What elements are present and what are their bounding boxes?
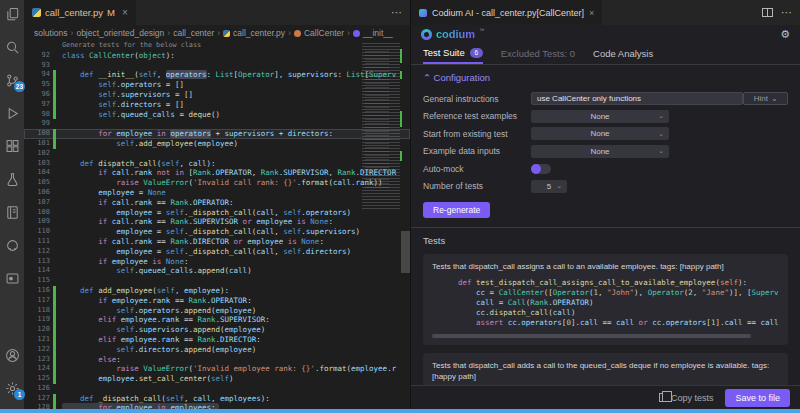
line-text: def dispatch_call(self, call): — [62, 159, 216, 169]
code-line[interactable]: 108 employee = self._dispatch_call(call,… — [24, 208, 410, 218]
code-line[interactable]: 98 self.queued_calls = deque() — [24, 110, 410, 120]
activity-badge: 1 — [14, 389, 25, 400]
code-line[interactable]: 107 if call.rank == Rank.OPERATOR: — [24, 198, 410, 208]
line-text: for employee in operators + supervisors … — [62, 129, 333, 139]
more-actions-icon[interactable]: ⋯ — [781, 6, 792, 19]
gear-icon[interactable]: ⚙ — [780, 28, 790, 41]
code-line[interactable]: 104 if call.rank not in [Rank.OPERATOR, … — [24, 168, 410, 178]
code-line[interactable]: 101 self.add_employee(employee) — [24, 139, 410, 149]
code-line[interactable]: 100 for employee in operators + supervis… — [24, 129, 410, 139]
code-line[interactable]: 118 self.operators.append(employee) — [24, 306, 410, 316]
code-line[interactable]: 103 def dispatch_call(self, call): — [24, 159, 410, 169]
breadcrumb-item[interactable]: __init__ — [363, 28, 393, 38]
hint-button[interactable]: Hint⌄ — [743, 92, 788, 105]
code-line[interactable]: 93 — [24, 61, 410, 71]
activity-item-notebook[interactable] — [3, 204, 21, 220]
config-row: General instructionsHint⌄ — [423, 90, 788, 108]
code-line[interactable]: 106 employee = None — [24, 188, 410, 198]
codelens-generate-tests[interactable]: Generate tests for the below class — [62, 41, 201, 51]
code-line[interactable]: 125 employee.set_call_center(self) — [24, 374, 410, 384]
code-line[interactable]: 99 — [24, 119, 410, 129]
code-line[interactable]: 112 employee = self._dispatch_call(call,… — [24, 247, 410, 257]
code-line[interactable]: 124 raise ValueError('Invalid employee r… — [24, 364, 410, 374]
code-line[interactable]: 127 def _dispatch_call(self, call, emplo… — [24, 394, 410, 404]
code-line[interactable]: 111 if call.rank == Rank.DIRECTOR or emp… — [24, 237, 410, 247]
breadcrumb-item[interactable]: call_center.py — [233, 28, 285, 38]
breadcrumb-item[interactable]: CallCenter — [304, 28, 344, 38]
configuration-header[interactable]: ⌃ Configuration — [423, 72, 788, 83]
activity-item-jupyter[interactable] — [3, 237, 21, 253]
config-select[interactable]: 5⌄ — [531, 180, 567, 193]
panel-tab-excluded-tests-0[interactable]: Excluded Tests: 0 — [501, 43, 575, 64]
git-added-gutter — [53, 168, 56, 178]
auto-mock-toggle[interactable] — [531, 164, 551, 174]
code-line[interactable]: 120 self.supervisors.append(employee) — [24, 325, 410, 335]
activity-item-source-control[interactable]: 23 — [3, 72, 21, 88]
line-text: def add_employee(self, employee): — [62, 286, 229, 296]
split-editor-icon[interactable] — [762, 8, 773, 17]
activity-item-settings[interactable]: 1 — [3, 380, 21, 396]
code-line[interactable]: 96 self.supervisors = [] — [24, 90, 410, 100]
code-line[interactable]: 110 employee = self._dispatch_call(call,… — [24, 227, 410, 237]
test-card[interactable]: Tests that dispatch_call assigns a call … — [423, 254, 788, 345]
code-line[interactable]: 105 raise ValueError('Invalid call rank:… — [24, 178, 410, 188]
select-value: None — [590, 112, 609, 121]
code-line[interactable]: 102 — [24, 149, 410, 159]
git-added-gutter — [53, 374, 56, 384]
activity-item-testing[interactable] — [3, 171, 21, 187]
activity-item-search[interactable] — [3, 39, 21, 55]
line-number: 112 — [24, 247, 50, 257]
config-select[interactable]: None⌄ — [531, 127, 669, 140]
code-line[interactable]: 123 else: — [24, 355, 410, 365]
line-number: 98 — [24, 110, 50, 120]
breadcrumb-item[interactable]: object_oriented_design — [76, 28, 164, 38]
code-line[interactable]: 119 elif employee.rank == Rank.SUPERVISO… — [24, 315, 410, 325]
code-line[interactable]: 117 if employee.rank == Rank.OPERATOR: — [24, 296, 410, 306]
code-line[interactable]: 116 def add_employee(self, employee): — [24, 286, 410, 296]
regenerate-button[interactable]: Re-generate — [423, 202, 490, 218]
activity-item-codium[interactable] — [3, 270, 21, 286]
breadcrumb-item[interactable]: call_center — [173, 28, 214, 38]
config-select[interactable]: None⌄ — [531, 145, 669, 158]
copy-tests-button[interactable]: Copy tests — [659, 393, 714, 403]
git-added-gutter — [53, 247, 56, 257]
breadcrumb-item[interactable]: solutions — [34, 28, 68, 38]
config-select[interactable]: None⌄ — [531, 110, 669, 123]
code-line[interactable]: 115 — [24, 276, 410, 286]
minimap[interactable] — [362, 43, 400, 211]
activity-item-run-debug[interactable] — [3, 105, 21, 121]
close-icon[interactable]: × — [589, 8, 594, 18]
code-line[interactable]: 122 self.directors.append(employee) — [24, 345, 410, 355]
code-line[interactable]: 94 def __init__(self, operators: List[Op… — [24, 70, 410, 80]
tab-call-center-py[interactable]: call_center.py M × — [24, 0, 136, 25]
tab-codium-ai[interactable]: Codium AI - call_center.py[CallCenter] × — [411, 0, 602, 25]
save-to-file-button[interactable]: Save to file — [725, 389, 790, 407]
activity-item-extensions[interactable] — [3, 138, 21, 154]
close-icon[interactable]: × — [122, 7, 128, 18]
panel-tab-test-suite[interactable]: Test Suite6 — [423, 43, 483, 64]
code-line[interactable]: 114 self.queued_calls.append(call) — [24, 266, 410, 276]
code-line[interactable]: 95 self.operators = [] — [24, 80, 410, 90]
horizontal-scrollbar-thumb[interactable] — [432, 334, 751, 338]
more-actions-icon[interactable]: ⋯ — [391, 6, 402, 19]
code-line[interactable]: 109 if call.rank == Rank.SUPERVISOR or e… — [24, 217, 410, 227]
code-line[interactable]: 113 if employee is None: — [24, 257, 410, 267]
editor-scrollbar-thumb[interactable] — [401, 231, 410, 273]
code-line[interactable]: 121 elif employee.rank == Rank.DIRECTOR: — [24, 335, 410, 345]
code-line[interactable]: 126 — [24, 384, 410, 394]
activity-item-accounts[interactable] — [3, 347, 21, 363]
code-line[interactable]: 97 self.directors = [] — [24, 100, 410, 110]
activity-item-explorer[interactable] — [3, 6, 21, 22]
general-instructions-input[interactable] — [531, 92, 743, 105]
code-editor[interactable]: Generate tests for the below class92clas… — [24, 41, 410, 413]
breadcrumb[interactable]: solutions›object_oriented_design›call_ce… — [24, 25, 410, 41]
line-number: 109 — [24, 217, 50, 227]
line-number: 105 — [24, 178, 50, 188]
git-added-gutter — [53, 227, 56, 237]
panel-tab-code-analysis[interactable]: Code Analysis — [593, 43, 653, 64]
line-number: 122 — [24, 345, 50, 355]
line-number: 99 — [24, 119, 50, 129]
code-line[interactable]: 92class CallCenter(object): — [24, 51, 410, 61]
git-added-gutter — [53, 208, 56, 218]
config-row: Number of tests5⌄ — [423, 178, 788, 196]
